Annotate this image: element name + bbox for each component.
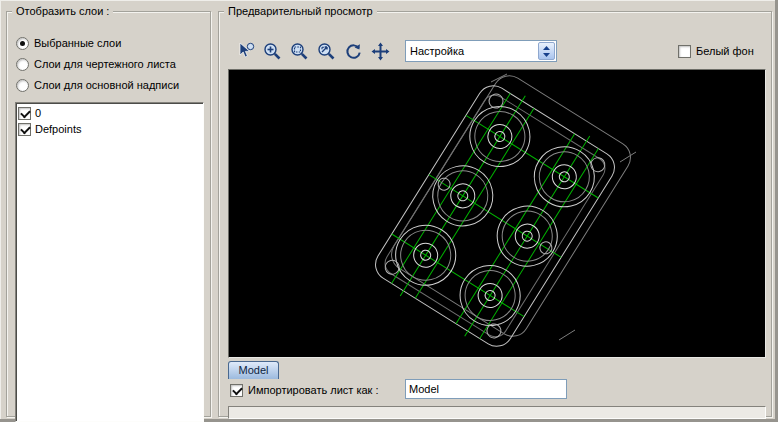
layer-0-label: 0 <box>35 107 41 119</box>
layer-row-1[interactable]: Defpoints <box>17 121 202 137</box>
refresh-icon <box>343 41 364 62</box>
zoom-extents-button[interactable] <box>314 39 339 64</box>
white-bg-checkbox[interactable] <box>678 45 691 58</box>
layer-defpoints-label: Defpoints <box>35 123 81 135</box>
tab-model[interactable]: Model <box>228 361 279 379</box>
radio-sheet-layers[interactable]: Слои для чертежного листа <box>16 56 176 72</box>
view-settings-combo-value: Настройка <box>406 45 538 57</box>
display-layers-title: Отобразить слои : <box>12 5 113 17</box>
zoom-window-icon <box>289 41 310 62</box>
radio-selected-layers-label: Выбранные слои <box>34 37 121 49</box>
radio-titleblock-layers[interactable]: Слои для основной надписи <box>16 77 179 93</box>
spinner-arrows-icon <box>542 45 551 58</box>
zoom-window-button[interactable] <box>287 39 312 64</box>
radio-sheet-layers-input[interactable] <box>16 58 29 71</box>
dwg-import-dialog: Отобразить слои : Выбранные слои Слои дл… <box>0 0 778 422</box>
import-name-input[interactable] <box>405 379 567 399</box>
combo-spinner[interactable] <box>538 42 555 60</box>
radio-titleblock-layers-label: Слои для основной надписи <box>34 79 179 91</box>
tab-model-label: Model <box>239 364 269 376</box>
pan-icon <box>370 41 391 62</box>
zoom-in-button[interactable] <box>260 39 285 64</box>
import-sheet-checkbox-row[interactable]: Импортировать лист как : <box>230 382 379 398</box>
white-bg-label: Белый фон <box>696 45 754 57</box>
preview-title: Предварительный просмотр <box>224 5 377 17</box>
preview-group: Предварительный просмотр <box>218 5 772 417</box>
display-layers-group: Отобразить слои : Выбранные слои Слои дл… <box>6 5 211 417</box>
pan-button[interactable] <box>368 39 393 64</box>
import-sheet-label: Импортировать лист как : <box>248 384 379 396</box>
layer-defpoints-checkbox[interactable] <box>18 123 31 136</box>
zoom-pointer-icon <box>235 41 256 62</box>
layers-listbox[interactable]: 0 Defpoints <box>15 102 204 422</box>
layer-0-checkbox[interactable] <box>18 107 31 120</box>
progress-bar <box>228 406 766 419</box>
view-settings-combo[interactable]: Настройка <box>405 40 557 62</box>
preview-wireframe <box>229 70 765 357</box>
preview-viewport[interactable] <box>228 69 766 358</box>
radio-selected-layers[interactable]: Выбранные слои <box>16 35 121 51</box>
radio-selected-layers-input[interactable] <box>16 37 29 50</box>
refresh-button[interactable] <box>341 39 366 64</box>
import-sheet-checkbox[interactable] <box>230 384 243 397</box>
zoom-extents-icon <box>316 41 337 62</box>
layer-row-0[interactable]: 0 <box>17 105 202 121</box>
radio-sheet-layers-label: Слои для чертежного листа <box>34 58 176 70</box>
radio-titleblock-layers-input[interactable] <box>16 79 29 92</box>
zoom-in-icon <box>262 41 283 62</box>
zoom-pointer-button[interactable] <box>233 39 258 64</box>
white-bg-checkbox-row[interactable]: Белый фон <box>678 43 754 59</box>
